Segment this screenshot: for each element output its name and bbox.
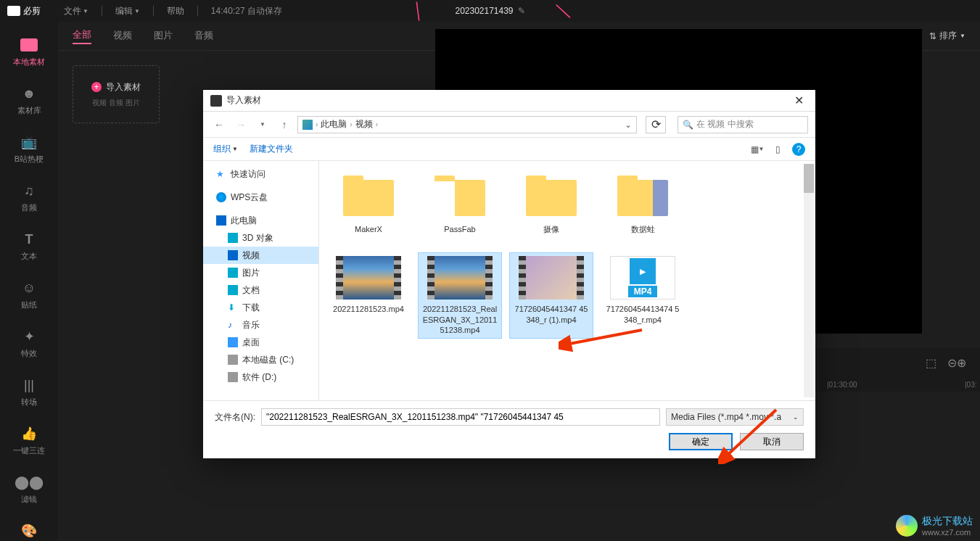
sidebar-item-text[interactable]: T文本	[20, 231, 38, 262]
filetype-select[interactable]: Media Files (*.mp4 *.mov *.a⌄	[666, 408, 804, 426]
file-video-1[interactable]: 202211281523.mp4	[326, 252, 411, 339]
file-video-2[interactable]: 202211281523_RealESRGAN_3X_1201151238.mp…	[418, 252, 502, 339]
file-folder-datawa[interactable]: 数据蛙	[601, 173, 685, 238]
breadcrumb[interactable]: › 此电脑 › 视频 › ⌄	[297, 116, 637, 133]
new-folder-button[interactable]: 新建文件夹	[250, 143, 293, 155]
tree-images[interactable]: 图片	[203, 264, 318, 281]
sidebar-item-transition[interactable]: |||转场	[20, 376, 38, 408]
pc-icon	[302, 120, 313, 130]
dialog-body: ★快速访问 WPS云盘 此电脑 3D 对象 视频 图片 文档 ⬇下载 ♪音乐 桌…	[203, 161, 815, 400]
tree-quick-access[interactable]: ★快速访问	[203, 165, 318, 183]
watermark: 极光下载站 www.xz7.com	[896, 515, 973, 537]
app-name: 必剪	[23, 5, 41, 17]
close-icon[interactable]: ✕	[790, 94, 808, 107]
dialog-nav: ← → ▼ ↑ › 此电脑 › 视频 › ⌄ ⟳ 🔍 在 视频 中搜索	[203, 112, 815, 138]
fx-icon: ✦	[20, 328, 38, 345]
tab-all[interactable]: 全部	[73, 28, 91, 44]
sidebar-item-triple[interactable]: 👍一键三连	[13, 425, 45, 456]
plus-icon: +	[91, 82, 102, 92]
back-icon[interactable]: ←	[210, 116, 228, 133]
filename-input[interactable]	[261, 408, 660, 426]
transition-icon: |||	[20, 376, 38, 394]
forward-icon[interactable]: →	[232, 116, 250, 133]
thumb-icon: 👍	[20, 425, 38, 442]
preview-pane-icon[interactable]: ▯	[772, 144, 783, 155]
scrollbar[interactable]	[804, 164, 814, 397]
tree-this-pc[interactable]: 此电脑	[203, 212, 318, 229]
sidebar-item-bilibili[interactable]: 📺B站热梗	[15, 133, 44, 165]
file-video-4[interactable]: ▶MP4717260454413474 5348_r.mp4	[601, 252, 685, 339]
sort-button[interactable]: ⇅排序▼	[929, 30, 965, 42]
tree-music[interactable]: ♪音乐	[203, 316, 318, 334]
sidebar-item-local[interactable]: 本地素材	[13, 36, 45, 67]
watermark-logo-icon	[896, 515, 918, 537]
tab-image[interactable]: 图片	[154, 29, 173, 44]
tab-audio[interactable]: 音频	[194, 29, 213, 44]
crop-icon[interactable]: ⬚	[922, 354, 939, 371]
tree-disk-d[interactable]: 软件 (D:)	[203, 368, 318, 386]
file-open-dialog: 导入素材 ✕ ← → ▼ ↑ › 此电脑 › 视频 › ⌄ ⟳ 🔍 在 视频 中…	[203, 90, 815, 458]
filter-icon: ⬤⬤	[20, 474, 38, 491]
tree-documents[interactable]: 文档	[203, 281, 318, 299]
tree-3d[interactable]: 3D 对象	[203, 229, 318, 247]
file-video-3[interactable]: 71726045441347 45348_r (1).mp4	[509, 252, 593, 339]
folder-icon	[343, 180, 394, 216]
logo-icon	[7, 6, 20, 16]
3d-icon	[228, 233, 238, 243]
folder-tree: ★快速访问 WPS云盘 此电脑 3D 对象 视频 图片 文档 ⬇下载 ♪音乐 桌…	[203, 161, 319, 400]
tree-downloads[interactable]: ⬇下载	[203, 299, 318, 316]
filename-label: 文件名(N):	[215, 411, 255, 424]
tree-wps[interactable]: WPS云盘	[203, 189, 318, 206]
video-thumb-icon	[427, 256, 493, 300]
view-icon[interactable]: ▦▼	[752, 144, 763, 155]
sidebar-item-audio[interactable]: ♫音频	[20, 182, 38, 213]
video-folder-icon	[228, 250, 238, 260]
dialog-footer: 文件名(N): Media Files (*.mp4 *.mov *.a⌄ 确定…	[203, 400, 815, 458]
menubar: 必剪 文件▼ 编辑▼ 帮助 14:40:27 自动保存 ╲ 2023021714…	[0, 0, 980, 22]
file-folder-makerx[interactable]: MakerX	[326, 173, 411, 238]
organize-button[interactable]: 组织▼	[213, 143, 238, 155]
chevron-down-icon[interactable]: ⌄	[625, 120, 632, 130]
autosave-timestamp: 14:40:27 自动保存	[202, 5, 291, 17]
recent-icon[interactable]: ▼	[254, 116, 271, 133]
cancel-button[interactable]: 取消	[740, 433, 804, 450]
tree-disk-c[interactable]: 本地磁盘 (C:)	[203, 351, 318, 368]
file-folder-passfab[interactable]: PassFab	[418, 173, 502, 238]
tree-desktop[interactable]: 桌面	[203, 334, 318, 351]
menu-help[interactable]: 帮助	[158, 5, 193, 17]
ok-button[interactable]: 确定	[669, 433, 733, 450]
up-icon[interactable]: ↑	[276, 116, 293, 133]
import-media-box[interactable]: +导入素材 视频 音频 图片	[73, 65, 160, 123]
mp4-icon: ▶MP4	[610, 256, 675, 300]
dialog-title: 导入素材	[226, 94, 261, 107]
cloud-icon	[216, 192, 226, 202]
zoom-icon[interactable]: ⊝⊕	[948, 354, 965, 371]
sidebar-item-fx[interactable]: ✦特效	[20, 328, 38, 359]
file-folder-camera[interactable]: 摄像	[509, 173, 593, 238]
menu-file[interactable]: 文件▼	[55, 5, 97, 17]
breadcrumb-pc[interactable]: 此电脑	[321, 118, 347, 131]
download-icon: ⬇	[228, 302, 238, 313]
color-icon: 🎨	[20, 522, 38, 540]
menu-edit[interactable]: 编辑▼	[107, 5, 149, 17]
image-folder-icon	[228, 268, 238, 278]
sidebar-item-sticker[interactable]: ☺贴纸	[20, 279, 38, 310]
sidebar-item-color[interactable]: 🎨调色	[20, 522, 38, 541]
search-input[interactable]: 🔍 在 视频 中搜索	[678, 116, 808, 133]
help-icon[interactable]: ?	[792, 143, 805, 156]
sticker-icon: ☺	[20, 279, 38, 297]
tab-video[interactable]: 视频	[113, 29, 132, 44]
watermark-url: www.xz7.com	[922, 528, 973, 537]
refresh-icon[interactable]: ⟳	[646, 116, 666, 133]
tree-video[interactable]: 视频	[203, 247, 318, 264]
app-logo: 必剪	[7, 5, 41, 17]
divider	[153, 6, 154, 16]
folder-icon	[617, 180, 668, 216]
pc-icon	[216, 215, 226, 226]
divider	[197, 6, 198, 16]
edit-icon[interactable]: ✎	[518, 6, 525, 16]
sidebar-item-library[interactable]: ☻素材库	[17, 85, 41, 116]
sidebar-item-filter[interactable]: ⬤⬤滤镜	[20, 474, 38, 505]
ruler-mark: |01:30:00	[827, 381, 857, 389]
breadcrumb-video[interactable]: 视频	[355, 118, 373, 131]
